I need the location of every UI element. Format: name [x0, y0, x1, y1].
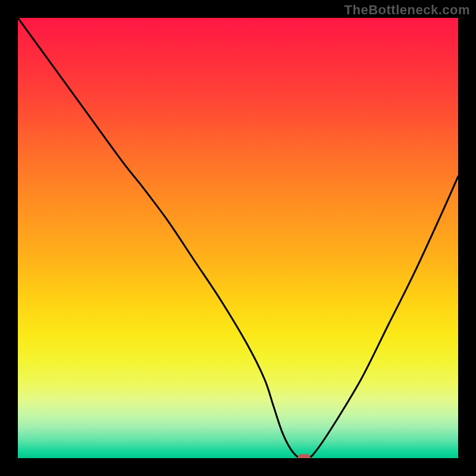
- plot-area: [18, 18, 458, 458]
- optimal-marker: [298, 454, 311, 458]
- watermark-text: TheBottleneck.com: [345, 2, 470, 18]
- bottleneck-curve: [18, 18, 458, 458]
- app-frame: TheBottleneck.com: [0, 0, 476, 476]
